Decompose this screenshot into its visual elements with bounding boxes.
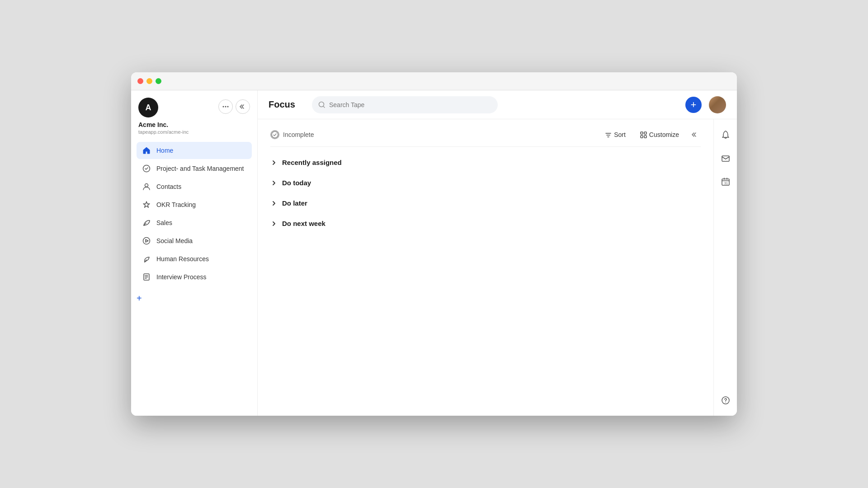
sidebar-item-home-label: Home	[156, 147, 173, 154]
chevron-right-icon	[270, 180, 278, 186]
maximize-button[interactable]	[156, 78, 161, 84]
task-group-do-later: Do later	[270, 195, 701, 211]
sidebar: A Acme Inc. tapeapp.com/acme-inc	[131, 90, 258, 416]
sidebar-item-social-media[interactable]: Social Media	[137, 232, 252, 249]
svg-rect-12	[641, 136, 643, 138]
titlebar	[131, 72, 737, 90]
sidebar-item-okr-label: OKR Tracking	[156, 201, 196, 208]
customize-icon	[640, 131, 647, 138]
add-button[interactable]: +	[685, 97, 702, 113]
minimize-button[interactable]	[146, 78, 152, 84]
chevron-right-icon	[270, 201, 278, 206]
add-workspace-icon: +	[137, 293, 142, 304]
leaf-icon	[142, 218, 151, 227]
company-name: Acme Inc.	[138, 121, 189, 128]
main-layout: A Acme Inc. tapeapp.com/acme-inc	[131, 90, 737, 416]
sidebar-header-actions	[218, 98, 250, 114]
filter-status-label: Incomplete	[283, 131, 314, 138]
star-icon	[142, 200, 151, 209]
right-panel: 31	[713, 119, 737, 416]
task-group-header-do-today[interactable]: Do today	[270, 174, 701, 191]
sidebar-item-home[interactable]: Home	[137, 142, 252, 159]
more-options-button[interactable]	[218, 99, 233, 114]
check-circle-icon	[142, 164, 151, 173]
chevron-right-icon	[270, 221, 278, 226]
sort-icon	[605, 131, 612, 138]
collapse-sidebar-button[interactable]	[236, 99, 250, 114]
sidebar-header: A Acme Inc. tapeapp.com/acme-inc	[131, 98, 257, 142]
svg-point-4	[145, 184, 148, 187]
help-button[interactable]	[717, 392, 734, 408]
sidebar-item-interview[interactable]: Interview Process	[137, 268, 252, 286]
task-group-recently-assigned: Recently assigned	[270, 154, 701, 171]
sidebar-item-sales-label: Sales	[156, 219, 172, 226]
search-bar[interactable]	[312, 96, 498, 113]
sidebar-item-social-media-label: Social Media	[156, 237, 193, 244]
avatar-image	[709, 96, 726, 113]
svg-rect-11	[644, 132, 646, 134]
sidebar-item-sales[interactable]: Sales	[137, 214, 252, 231]
task-group-header-do-next-week[interactable]: Do next week	[270, 215, 701, 232]
svg-rect-10	[641, 132, 643, 134]
search-icon	[318, 101, 326, 108]
task-group-header-recently-assigned[interactable]: Recently assigned	[270, 154, 701, 171]
svg-point-9	[272, 131, 278, 138]
avatar[interactable]	[709, 96, 726, 113]
sidebar-navigation: Home Project- and Task Management	[131, 142, 257, 286]
add-workspace-button[interactable]: +	[131, 289, 257, 308]
task-groups: Recently assigned Do today	[270, 154, 701, 232]
svg-point-18	[725, 402, 726, 403]
task-group-title: Do next week	[282, 220, 326, 227]
traffic-lights	[137, 78, 161, 84]
customize-button[interactable]: Customize	[635, 128, 684, 141]
page-title: Focus	[269, 99, 305, 110]
filter-actions: Sort Customize	[599, 128, 701, 141]
content-area: Focus +	[258, 90, 737, 416]
svg-point-1	[225, 106, 226, 108]
task-group-header-do-later[interactable]: Do later	[270, 195, 701, 211]
sidebar-item-contacts[interactable]: Contacts	[137, 178, 252, 195]
page-content: Incomplete Sort	[258, 119, 737, 416]
collapse-panel-button[interactable]	[688, 128, 701, 141]
task-group-title: Do later	[282, 199, 307, 207]
notification-button[interactable]	[717, 127, 734, 143]
task-group-title: Do today	[282, 179, 311, 187]
topbar: Focus +	[258, 90, 737, 119]
incomplete-status-icon	[270, 130, 279, 139]
customize-label: Customize	[649, 131, 679, 138]
svg-point-2	[227, 106, 229, 108]
home-icon	[142, 146, 151, 155]
play-circle-icon	[142, 236, 151, 245]
company-url: tapeapp.com/acme-inc	[138, 129, 189, 135]
task-group-do-next-week: Do next week	[270, 215, 701, 232]
svg-rect-14	[722, 156, 729, 161]
sidebar-item-project-task-label: Project- and Task Management	[156, 165, 244, 172]
task-group-do-today: Do today	[270, 174, 701, 191]
filter-bar: Incomplete Sort	[270, 128, 701, 147]
app-window: A Acme Inc. tapeapp.com/acme-inc	[131, 72, 737, 416]
svg-text:31: 31	[724, 182, 728, 185]
sidebar-item-hr-label: Human Resources	[156, 255, 209, 263]
sort-label: Sort	[614, 131, 626, 138]
document-icon	[142, 272, 151, 282]
sidebar-item-project-task[interactable]: Project- and Task Management	[137, 160, 252, 177]
search-input[interactable]	[329, 101, 491, 108]
hr-leaf-icon	[142, 254, 151, 263]
sidebar-item-okr[interactable]: OKR Tracking	[137, 196, 252, 213]
calendar-button[interactable]: 31	[717, 174, 734, 190]
close-button[interactable]	[137, 78, 143, 84]
mail-button[interactable]	[717, 150, 734, 166]
filter-status[interactable]: Incomplete	[270, 130, 314, 139]
sidebar-item-interview-label: Interview Process	[156, 273, 206, 281]
company-logo: A	[138, 98, 158, 117]
chevron-right-icon	[270, 160, 278, 165]
sidebar-item-hr[interactable]: Human Resources	[137, 250, 252, 267]
task-group-title: Recently assigned	[282, 159, 342, 166]
person-icon	[142, 182, 151, 191]
svg-rect-13	[644, 136, 646, 138]
svg-point-5	[143, 238, 150, 244]
sidebar-item-contacts-label: Contacts	[156, 183, 181, 190]
svg-point-7	[145, 276, 145, 276]
sort-button[interactable]: Sort	[599, 128, 631, 141]
sidebar-brand: A Acme Inc. tapeapp.com/acme-inc	[138, 98, 189, 135]
